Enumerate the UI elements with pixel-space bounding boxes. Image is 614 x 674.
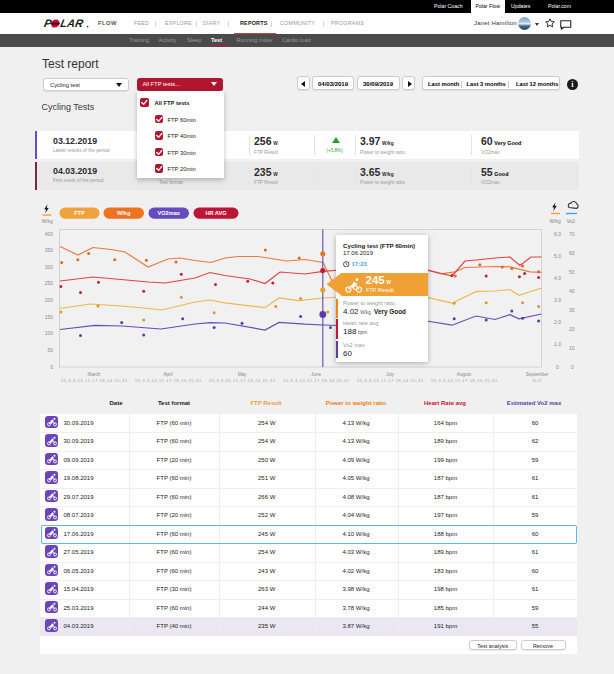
svg-text:25-3 4-10 11-17 18-24 25-31: 25-3 4-10 11-17 18-24 25-31 — [61, 379, 127, 383]
svg-text:0: 0 — [556, 364, 559, 370]
svg-text:200: 200 — [45, 297, 54, 303]
svg-text:W/kg: W/kg — [550, 218, 562, 224]
svg-text:May: May — [238, 372, 247, 377]
svg-text:40: 40 — [569, 288, 575, 294]
svg-text:2.0: 2.0 — [554, 319, 561, 325]
svg-text:100: 100 — [45, 330, 54, 336]
svg-text:0: 0 — [571, 364, 574, 370]
svg-text:25-3 4-10 11-17 18-24 25-31: 25-3 4-10 11-17 18-24 25-31 — [135, 379, 201, 383]
svg-text:W/kg: W/kg — [117, 210, 131, 216]
svg-text:20: 20 — [569, 326, 575, 332]
svg-text:Vo2: Vo2 — [567, 218, 576, 224]
svg-text:0: 0 — [50, 364, 53, 370]
svg-text:50: 50 — [569, 269, 575, 275]
svg-text:350: 350 — [45, 247, 54, 253]
svg-text:11-17: 11-17 — [532, 379, 541, 383]
svg-text:5.0: 5.0 — [554, 253, 561, 259]
svg-text:March: March — [88, 372, 101, 377]
svg-text:400: 400 — [45, 231, 54, 237]
svg-text:FTP: FTP — [74, 210, 85, 216]
svg-text:10: 10 — [569, 345, 575, 351]
svg-text:60: 60 — [569, 250, 575, 256]
svg-text:1.0: 1.0 — [554, 341, 561, 347]
svg-text:3.0: 3.0 — [554, 297, 561, 303]
svg-text:June: June — [311, 372, 321, 377]
svg-text:4.0: 4.0 — [554, 275, 561, 281]
svg-text:25-3 4-10 11-17 18-24 25-31: 25-3 4-10 11-17 18-24 25-31 — [357, 379, 423, 383]
svg-text:250: 250 — [45, 280, 54, 286]
svg-text:50: 50 — [47, 347, 53, 353]
svg-text:300: 300 — [45, 264, 54, 270]
svg-text:July: July — [386, 372, 395, 377]
svg-text:25-3 4-10 11-17 18-24 25-31: 25-3 4-10 11-17 18-24 25-31 — [431, 379, 497, 383]
svg-text:August: August — [457, 372, 472, 377]
svg-text:HR AVG: HR AVG — [205, 210, 226, 216]
svg-text:VO2max: VO2max — [158, 210, 181, 216]
svg-text:70: 70 — [569, 231, 575, 237]
svg-text:25-3 4-10 11-17 18-24 25-31: 25-3 4-10 11-17 18-24 25-31 — [283, 379, 349, 383]
svg-text:September: September — [526, 372, 549, 377]
svg-text:25-3 4-10 11-17 18-24 25-31: 25-3 4-10 11-17 18-24 25-31 — [209, 379, 275, 383]
svg-text:April: April — [163, 372, 172, 377]
svg-text:30: 30 — [569, 307, 575, 313]
svg-text:150: 150 — [45, 314, 54, 320]
svg-text:LAR: LAR — [59, 17, 84, 29]
svg-text:6.0: 6.0 — [554, 231, 561, 237]
svg-text:W/kg: W/kg — [41, 218, 53, 224]
